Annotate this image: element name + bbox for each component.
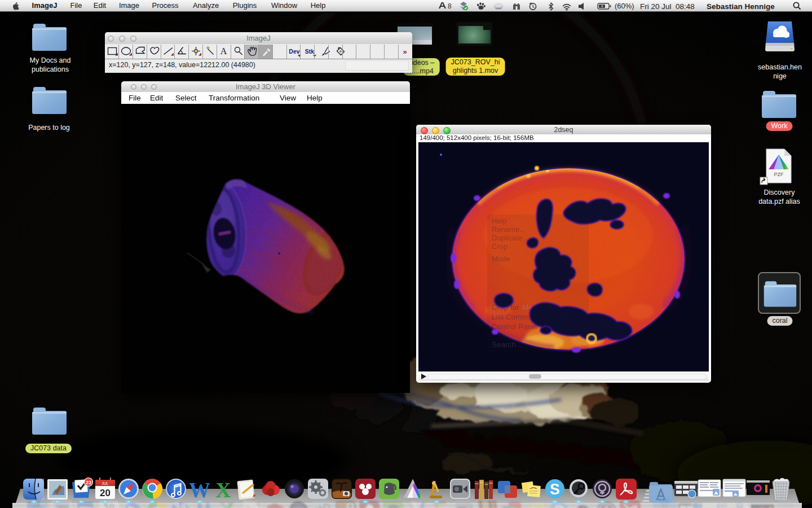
svg-text:23: 23 bbox=[86, 480, 91, 485]
svg-text:S: S bbox=[550, 481, 560, 498]
svg-text:x=120, y=127, z=148, value=122: x=120, y=127, z=148, value=12212.00 (449… bbox=[109, 61, 255, 69]
svg-text:(60%): (60%) bbox=[615, 2, 634, 10]
svg-text:8: 8 bbox=[448, 2, 452, 10]
svg-text:20: 20 bbox=[100, 488, 111, 498]
svg-text:PZF: PZF bbox=[774, 172, 784, 177]
svg-text:JUL: JUL bbox=[102, 481, 109, 485]
svg-text:Sebastian Hennige: Sebastian Hennige bbox=[707, 2, 775, 11]
svg-text:Fri 20 Jul 08:48: Fri 20 Jul 08:48 bbox=[640, 2, 695, 11]
svg-text:Search...: Search... bbox=[492, 340, 522, 349]
